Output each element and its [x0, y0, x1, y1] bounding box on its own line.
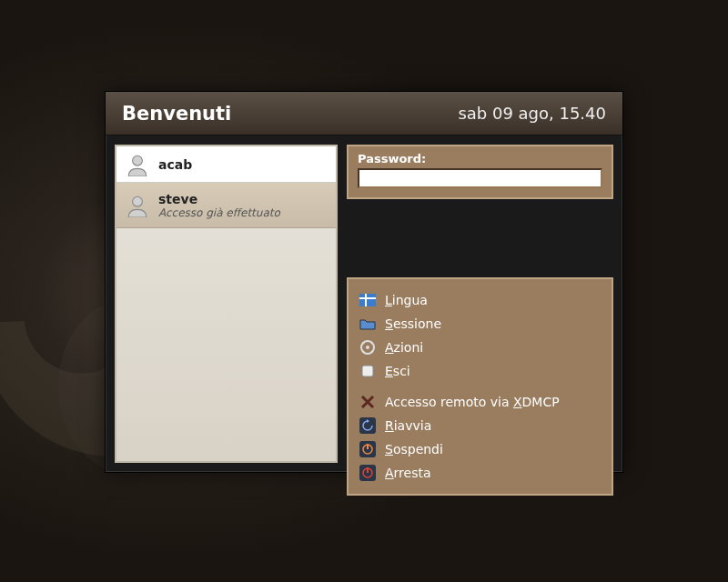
- svg-rect-5: [365, 294, 367, 306]
- password-box: Password:: [347, 145, 613, 199]
- user-item-acab[interactable]: acab: [116, 146, 336, 183]
- action-label: Accesso remoto via XDMCP: [385, 395, 560, 409]
- actions-menu[interactable]: Azioni: [359, 336, 601, 359]
- user-item-steve[interactable]: steve Accesso già effettuato: [116, 183, 336, 228]
- action-label: Sospendi: [385, 442, 443, 457]
- quit-icon: [359, 363, 376, 379]
- user-list: acab steve Accesso già effettuato: [115, 145, 338, 463]
- remote-login-button[interactable]: Accesso remoto via XDMCP: [359, 390, 601, 414]
- suspend-button[interactable]: Sospendi: [359, 437, 601, 461]
- gear-icon: [359, 339, 376, 356]
- session-menu[interactable]: Sessione: [359, 312, 601, 336]
- quit-button[interactable]: Esci: [359, 359, 601, 383]
- svg-rect-4: [359, 297, 376, 299]
- login-window: Benvenuti sab 09 ago, 15.40 acab stev: [105, 91, 623, 473]
- remote-icon: [359, 394, 376, 410]
- right-panel: Password: LLinguaingua Sessione: [347, 145, 613, 463]
- language-menu[interactable]: LLinguaingua: [359, 288, 601, 312]
- action-label: LLinguaingua: [385, 293, 428, 307]
- password-input[interactable]: [358, 168, 602, 188]
- content-area: acab steve Accesso già effettuato Passwo…: [106, 135, 622, 472]
- svg-point-2: [133, 196, 143, 206]
- user-name-label: acab: [158, 157, 192, 172]
- action-label: Azioni: [385, 340, 423, 355]
- action-label: Arresta: [385, 466, 431, 480]
- datetime-text: sab 09 ago, 15.40: [458, 104, 606, 123]
- user-name-label: steve: [158, 192, 280, 206]
- actions-panel: LLinguaingua Sessione Azioni: [347, 277, 613, 496]
- folder-icon: [359, 316, 376, 332]
- shutdown-icon: [359, 465, 376, 481]
- restart-button[interactable]: Riavvia: [359, 414, 601, 437]
- user-icon: [126, 153, 149, 176]
- action-label: Riavvia: [385, 418, 431, 433]
- svg-rect-15: [367, 467, 369, 473]
- password-label: Password:: [358, 152, 602, 166]
- svg-point-1: [133, 156, 143, 166]
- svg-rect-12: [367, 444, 369, 449]
- user-status-label: Accesso già effettuato: [158, 206, 280, 219]
- action-label: Esci: [385, 364, 410, 378]
- flag-icon: [359, 292, 376, 308]
- welcome-text: Benvenuti: [122, 103, 231, 125]
- restart-icon: [359, 417, 376, 434]
- svg-rect-8: [362, 366, 373, 376]
- suspend-icon: [359, 441, 376, 457]
- shutdown-button[interactable]: Arresta: [359, 461, 601, 485]
- header: Benvenuti sab 09 ago, 15.40: [106, 92, 622, 135]
- svg-point-7: [366, 346, 369, 349]
- action-label: Sessione: [385, 316, 441, 331]
- svg-rect-3: [359, 294, 376, 306]
- user-icon: [126, 194, 149, 217]
